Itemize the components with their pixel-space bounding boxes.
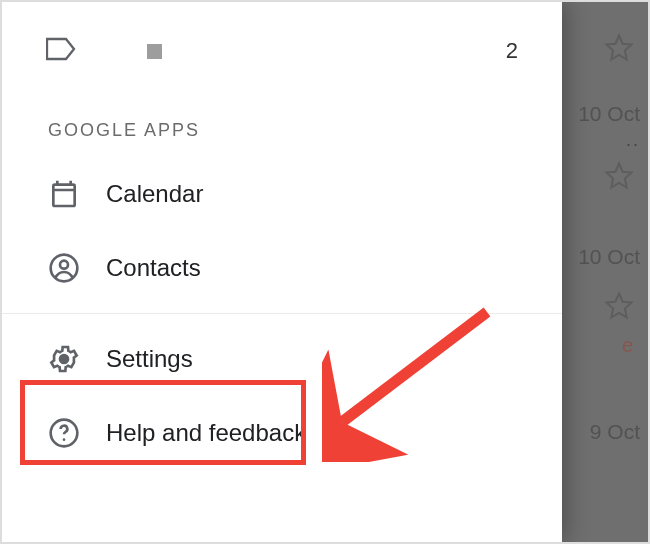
sidebar-item-label: Calendar [106,180,203,208]
calendar-icon [48,178,106,210]
sidebar-item-contacts[interactable]: Contacts [2,231,562,305]
contact-icon [48,252,106,284]
sidebar-item-settings[interactable]: Settings [2,322,562,396]
label-count: 2 [506,38,518,64]
mail-list-background: 10 Oct .. 10 Oct e 9 Oct [560,2,650,542]
svg-point-5 [60,355,68,363]
sidebar-item-label: Contacts [106,254,201,282]
gear-icon [48,343,106,375]
svg-point-4 [60,261,68,269]
help-icon [48,417,106,449]
section-header-google-apps: GOOGLE APPS [2,78,562,157]
legend-swatch [104,44,119,59]
sidebar-item-label: Settings [106,345,193,373]
sidebar-label-row[interactable]: 2 [2,24,562,78]
label-icon [46,37,76,65]
sidebar-item-label: Help and feedback [106,419,306,447]
divider [2,313,562,314]
legend-swatch [147,44,162,59]
sidebar-item-calendar[interactable]: Calendar [2,157,562,231]
navigation-drawer: 2 GOOGLE APPS Calendar Contacts Settings… [2,2,562,542]
sidebar-item-help[interactable]: Help and feedback [2,396,562,470]
svg-point-7 [63,438,66,441]
